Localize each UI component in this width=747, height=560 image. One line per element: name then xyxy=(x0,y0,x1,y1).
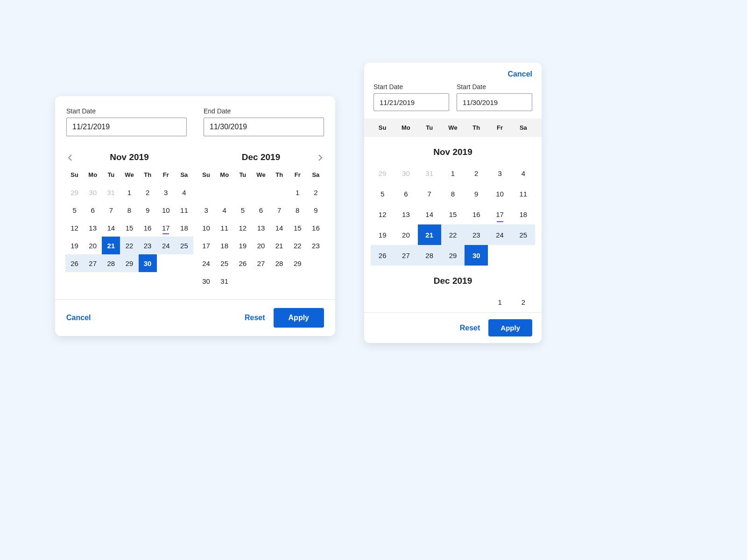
calendar-day[interactable]: 25 xyxy=(215,254,233,272)
calendar-day[interactable]: 10 xyxy=(197,219,215,237)
calendar-day[interactable]: 27 xyxy=(84,254,102,272)
calendar-day[interactable]: 23 xyxy=(307,237,325,254)
calendar-day[interactable]: 14 xyxy=(270,219,289,237)
calendar-day[interactable]: 13 xyxy=(394,204,417,224)
calendar-day[interactable]: 16 xyxy=(465,204,488,224)
calendar-day[interactable]: 6 xyxy=(84,201,102,219)
calendar-day[interactable]: 11 xyxy=(215,219,233,237)
calendar-day[interactable]: 25 xyxy=(175,237,193,254)
calendar-day[interactable]: 9 xyxy=(465,183,488,204)
calendar-day[interactable]: 19 xyxy=(233,237,252,254)
calendar-day[interactable]: 23 xyxy=(139,237,157,254)
calendar-day[interactable]: 7 xyxy=(270,201,289,219)
reset-button[interactable]: Reset xyxy=(245,314,265,322)
calendar-day[interactable]: 15 xyxy=(289,219,307,237)
calendar-day[interactable]: 4 xyxy=(175,183,193,201)
calendar-day[interactable]: 9 xyxy=(307,201,325,219)
calendar-day[interactable]: 30 xyxy=(139,254,157,272)
calendar-day[interactable]: 25 xyxy=(512,224,535,245)
calendar-day[interactable]: 30 xyxy=(197,272,215,290)
calendar-day[interactable]: 10 xyxy=(488,183,511,204)
calendar-day[interactable]: 16 xyxy=(307,219,325,237)
calendar-day[interactable]: 12 xyxy=(65,219,84,237)
calendar-day[interactable]: 5 xyxy=(233,201,252,219)
apply-button[interactable]: Apply xyxy=(274,308,324,328)
calendar-day[interactable]: 1 xyxy=(488,292,511,312)
calendar-day[interactable]: 6 xyxy=(252,201,270,219)
calendar-day[interactable]: 28 xyxy=(418,245,441,266)
calendar-day[interactable]: 8 xyxy=(289,201,307,219)
calendar-day[interactable]: 2 xyxy=(465,163,488,183)
calendar-day[interactable]: 13 xyxy=(84,219,102,237)
calendar-day[interactable]: 17 xyxy=(157,219,175,237)
calendar-day[interactable]: 18 xyxy=(175,219,193,237)
calendar-day[interactable]: 17 xyxy=(488,204,511,224)
calendar-day[interactable]: 31 xyxy=(215,272,233,290)
calendar-day[interactable]: 26 xyxy=(233,254,252,272)
calendar-day[interactable]: 24 xyxy=(197,254,215,272)
calendar-day[interactable]: 26 xyxy=(65,254,84,272)
calendar-day[interactable]: 3 xyxy=(197,201,215,219)
calendar-day[interactable]: 20 xyxy=(394,224,417,245)
calendar-day[interactable]: 31 xyxy=(102,183,120,201)
calendar-day[interactable]: 5 xyxy=(371,183,394,204)
start-date-input[interactable] xyxy=(66,118,187,136)
cancel-button[interactable]: Cancel xyxy=(508,70,532,78)
start-date-input[interactable] xyxy=(374,93,449,111)
end-date-input[interactable] xyxy=(204,118,324,136)
calendar-day[interactable]: 1 xyxy=(120,183,138,201)
calendar-day[interactable]: 11 xyxy=(175,201,193,219)
calendar-day[interactable]: 11 xyxy=(512,183,535,204)
calendar-day[interactable]: 21 xyxy=(418,224,441,245)
calendar-day[interactable]: 15 xyxy=(441,204,465,224)
calendar-day[interactable]: 1 xyxy=(289,183,307,201)
calendar-day[interactable]: 30 xyxy=(84,183,102,201)
calendar-day[interactable]: 31 xyxy=(418,163,441,183)
calendar-day[interactable]: 22 xyxy=(289,237,307,254)
calendar-day[interactable]: 9 xyxy=(139,201,157,219)
calendar-day[interactable]: 28 xyxy=(270,254,289,272)
calendar-day[interactable]: 3 xyxy=(157,183,175,201)
calendar-day[interactable]: 6 xyxy=(394,183,417,204)
end-date-input[interactable] xyxy=(457,93,532,111)
calendar-day[interactable]: 16 xyxy=(139,219,157,237)
calendar-day[interactable]: 24 xyxy=(488,224,511,245)
calendar-day[interactable]: 2 xyxy=(139,183,157,201)
calendar-day[interactable]: 10 xyxy=(157,201,175,219)
calendar-day[interactable]: 28 xyxy=(102,254,120,272)
calendar-day[interactable]: 30 xyxy=(465,245,488,266)
calendar-day[interactable]: 19 xyxy=(371,224,394,245)
calendar-day[interactable]: 1 xyxy=(441,163,465,183)
calendar-day[interactable]: 29 xyxy=(371,163,394,183)
calendar-day[interactable]: 24 xyxy=(157,237,175,254)
calendar-day[interactable]: 20 xyxy=(84,237,102,254)
cancel-button[interactable]: Cancel xyxy=(66,314,91,322)
chevron-right-icon[interactable] xyxy=(315,152,326,163)
calendar-day[interactable]: 2 xyxy=(307,183,325,201)
calendar-day[interactable]: 21 xyxy=(270,237,289,254)
calendar-day[interactable]: 27 xyxy=(394,245,417,266)
calendar-day[interactable]: 27 xyxy=(252,254,270,272)
calendar-day[interactable]: 18 xyxy=(512,204,535,224)
calendar-day[interactable]: 15 xyxy=(120,219,138,237)
calendar-day[interactable]: 12 xyxy=(371,204,394,224)
calendar-day[interactable]: 19 xyxy=(65,237,84,254)
calendar-day[interactable]: 18 xyxy=(215,237,233,254)
calendar-day[interactable]: 20 xyxy=(252,237,270,254)
calendar-day[interactable]: 21 xyxy=(102,237,120,254)
calendar-day[interactable]: 26 xyxy=(371,245,394,266)
calendar-day[interactable]: 17 xyxy=(197,237,215,254)
calendar-day[interactable]: 8 xyxy=(120,201,138,219)
calendar-day[interactable]: 13 xyxy=(252,219,270,237)
calendar-day[interactable]: 7 xyxy=(102,201,120,219)
calendar-day[interactable]: 29 xyxy=(65,183,84,201)
calendar-day[interactable]: 14 xyxy=(418,204,441,224)
calendar-day[interactable]: 7 xyxy=(418,183,441,204)
calendar-day[interactable]: 2 xyxy=(512,292,535,312)
calendar-day[interactable]: 29 xyxy=(441,245,465,266)
calendar-day[interactable]: 30 xyxy=(394,163,417,183)
apply-button[interactable]: Apply xyxy=(488,319,532,336)
calendar-day[interactable]: 4 xyxy=(512,163,535,183)
reset-button[interactable]: Reset xyxy=(460,324,480,332)
calendar-day[interactable]: 23 xyxy=(465,224,488,245)
